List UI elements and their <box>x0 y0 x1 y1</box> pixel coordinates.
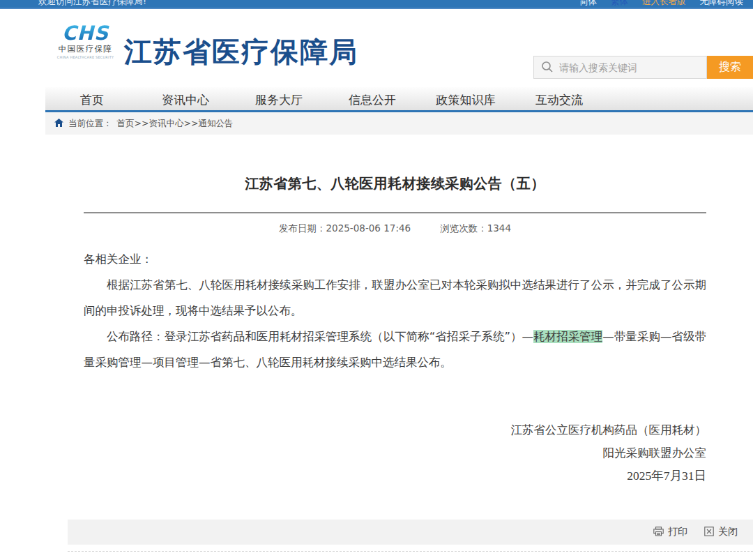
lang-traditional-link[interactable]: 繁体 <box>611 0 628 8</box>
search-icon <box>541 61 554 76</box>
paragraph-2: 公布路径：登录江苏省药品和医用耗材招采管理系统（以下简称“省招采子系统”）—耗材… <box>84 324 706 375</box>
search-bar: 搜索 <box>533 56 753 79</box>
chs-logo[interactable]: CHS 中国医疗保障 CHINA HEALTHCARE SECURITY <box>52 24 119 59</box>
topbar: 欢迎访问江苏省医疗保障局! 简体 繁体 进入长者版 无障碍阅读 <box>0 0 753 9</box>
article-meta: 发布日期：2025-08-06 17:46浏览次数：1344 <box>84 222 706 235</box>
salutation: 各相关企业： <box>84 246 706 272</box>
chs-logo-acronym: CHS <box>52 24 119 43</box>
site-header: CHS 中国医疗保障 CHINA HEALTHCARE SECURITY 江苏省… <box>0 9 753 87</box>
main-nav: 首页 资讯中心 服务大厅 信息公开 政策知识库 互动交流 <box>45 87 753 112</box>
publish-date-label: 发布日期： <box>279 222 326 234</box>
chs-logo-en-text: CHINA HEALTHCARE SECURITY <box>52 55 119 59</box>
nav-item-info-disclosure[interactable]: 信息公开 <box>326 87 419 110</box>
lang-simplified-link[interactable]: 简体 <box>579 0 597 8</box>
print-button[interactable]: 打印 <box>653 526 687 538</box>
tools-bar: 打印 关闭 <box>68 520 753 545</box>
topbar-links: 简体 繁体 进入长者版 无障碍阅读 <box>579 0 743 8</box>
signature-date: 2025年7月31日 <box>84 464 706 487</box>
site-title: 江苏省医疗保障局 <box>124 33 358 71</box>
publish-date-value: 2025-08-06 17:46 <box>326 222 411 234</box>
welcome-text: 欢迎访问江苏省医疗保障局! <box>38 0 146 8</box>
views-value: 1344 <box>487 222 511 234</box>
elder-version-link[interactable]: 进入长者版 <box>642 0 686 8</box>
paragraph-1: 根据江苏省第七、八轮医用耗材接续采购工作安排，联盟办公室已对本轮采购拟中选结果进… <box>84 272 706 324</box>
nav-item-interaction[interactable]: 互动交流 <box>512 87 606 110</box>
close-button[interactable]: 关闭 <box>704 526 738 538</box>
nav-item-home[interactable]: 首页 <box>45 87 139 110</box>
nav-item-news-center[interactable]: 资讯中心 <box>139 87 232 110</box>
breadcrumb-path[interactable]: 首页>>资讯中心>>通知公告 <box>117 118 234 130</box>
highlighted-term: 耗材招采管理 <box>533 330 602 343</box>
nav-item-service-hall[interactable]: 服务大厅 <box>232 87 326 110</box>
print-label: 打印 <box>668 526 687 538</box>
close-label: 关闭 <box>718 526 738 538</box>
home-icon <box>54 119 63 129</box>
signature-block: 江苏省公立医疗机构药品（医用耗材） 阳光采购联盟办公室 2025年7月31日 <box>84 418 706 487</box>
search-input[interactable] <box>533 56 707 79</box>
chs-logo-cn-text: 中国医疗保障 <box>52 44 119 54</box>
paragraph-2-before: 公布路径：登录江苏省药品和医用耗材招采管理系统（以下简称“省招采子系统”）— <box>107 330 533 343</box>
article-body: 各相关企业： 根据江苏省第七、八轮医用耗材接续采购工作安排，联盟办公室已对本轮采… <box>84 246 706 375</box>
article-title: 江苏省第七、八轮医用耗材接续采购公告（五） <box>84 174 706 193</box>
close-icon <box>704 527 714 538</box>
views-label: 浏览次数： <box>440 222 487 234</box>
signature-line-2: 阳光采购联盟办公室 <box>84 441 706 464</box>
print-icon <box>653 527 664 538</box>
accessibility-link[interactable]: 无障碍阅读 <box>700 0 744 8</box>
nav-item-policy-knowledge[interactable]: 政策知识库 <box>419 87 512 110</box>
title-divider <box>84 212 706 213</box>
bottom-divider <box>68 551 753 552</box>
article: 江苏省第七、八轮医用耗材接续采购公告（五） 发布日期：2025-08-06 17… <box>45 174 753 487</box>
search-box <box>533 56 707 79</box>
signature-line-1: 江苏省公立医疗机构药品（医用耗材） <box>84 418 706 441</box>
breadcrumb-prefix: 当前位置： <box>68 118 112 130</box>
search-button[interactable]: 搜索 <box>707 56 753 79</box>
breadcrumb: 当前位置： 首页>>资讯中心>>通知公告 <box>45 112 753 135</box>
